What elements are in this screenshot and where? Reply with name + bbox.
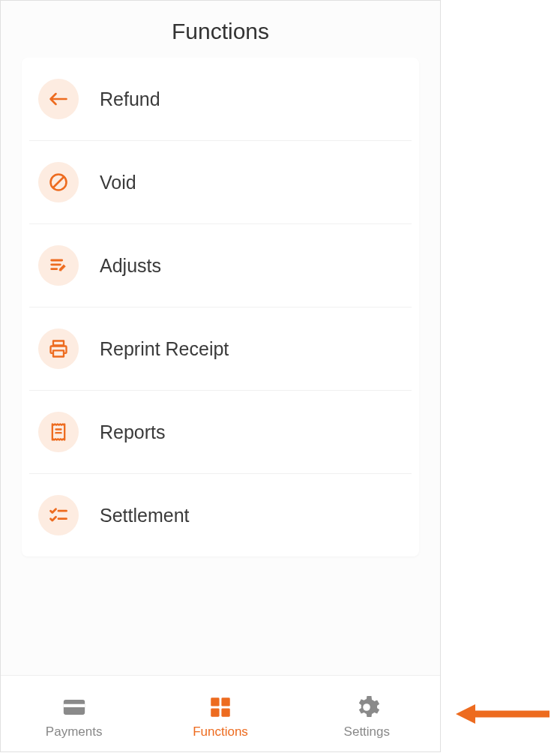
nav-functions[interactable]: Functions [147,688,293,740]
svg-rect-15 [211,708,219,716]
svg-rect-12 [63,704,84,706]
list-item-reprint[interactable]: Reprint Receipt [29,308,412,391]
page-title: Functions [1,19,440,44]
item-label: Void [100,172,136,194]
nav-payments[interactable]: Payments [1,688,147,740]
item-label: Reports [100,422,166,443]
list-item-settlement[interactable]: Settlement [29,474,412,556]
list-item-void[interactable]: Void [29,141,412,224]
svg-rect-16 [221,708,229,716]
receipt-icon [38,412,79,452]
list-item-refund[interactable]: Refund [29,58,412,141]
nav-label: Settings [344,724,390,740]
checklist-icon [38,495,79,536]
functions-list: Refund Void [22,58,419,556]
svg-marker-19 [456,704,475,724]
item-label: Settlement [100,505,190,526]
svg-rect-5 [53,341,64,346]
nav-settings[interactable]: Settings [294,688,440,740]
annotation-arrow-icon [456,699,553,729]
item-label: Reprint Receipt [100,338,229,360]
svg-rect-13 [211,698,219,706]
svg-rect-14 [221,698,229,706]
page-header: Functions [1,1,440,58]
grid-icon [206,693,235,722]
nav-label: Functions [193,724,248,740]
list-item-adjusts[interactable]: Adjusts [29,224,412,308]
svg-rect-6 [53,350,64,356]
svg-line-1 [53,177,64,188]
return-arrow-icon [38,79,79,119]
svg-point-17 [364,704,371,711]
printer-icon [38,328,79,369]
prohibit-icon [38,162,79,202]
bottom-nav: Payments Functions Settings [1,675,440,752]
edit-lines-icon [38,245,79,286]
item-label: Refund [100,88,160,110]
app-screen: Functions Refund Void [0,0,441,752]
card-icon [60,693,88,722]
gear-icon [352,693,381,722]
nav-label: Payments [46,724,103,740]
list-item-reports[interactable]: Reports [29,391,412,474]
content-area: Refund Void [1,58,440,675]
item-label: Adjusts [100,255,161,277]
